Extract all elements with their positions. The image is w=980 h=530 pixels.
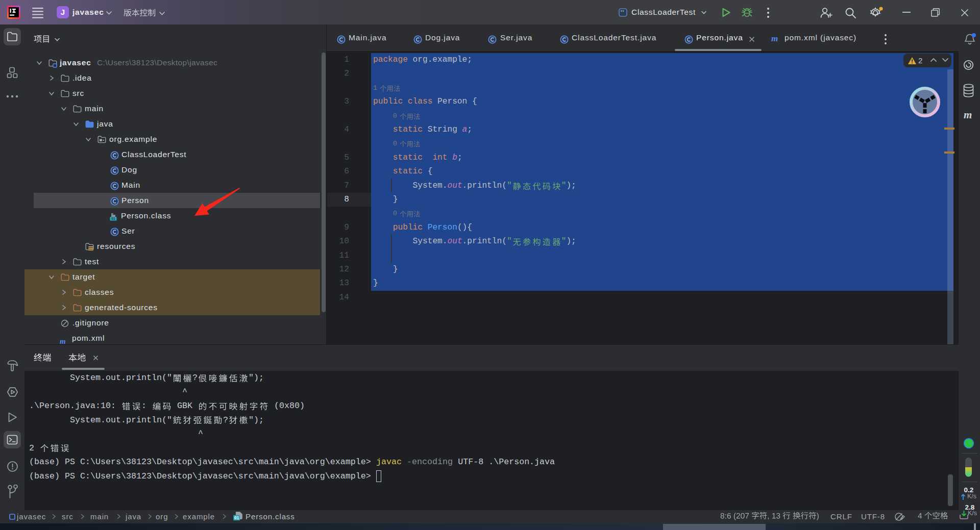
svg-text:01: 01 [234, 516, 239, 520]
svg-text:01: 01 [111, 217, 115, 220]
